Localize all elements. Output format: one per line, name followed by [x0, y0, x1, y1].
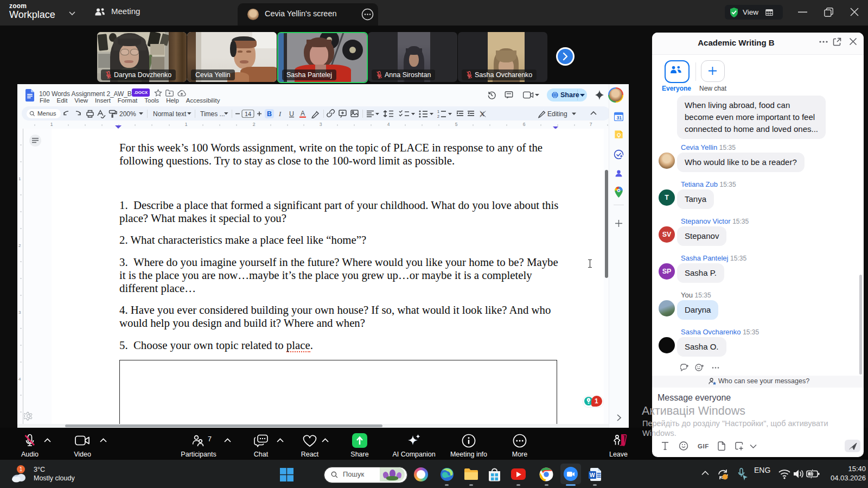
svg-text:W: W — [590, 472, 595, 478]
svg-text:3: 3 — [18, 310, 21, 315]
svg-text:200%: 200% — [119, 110, 136, 118]
svg-text:U: U — [289, 110, 294, 118]
svg-text:7: 7 — [590, 122, 592, 127]
svg-text:2: 2 — [18, 243, 21, 248]
svg-text:2: 2 — [437, 115, 439, 118]
svg-text:Editing: Editing — [547, 110, 567, 118]
svg-text:14: 14 — [245, 111, 251, 117]
svg-text:1: 1 — [18, 176, 21, 181]
svg-text:GIF: GIF — [698, 443, 709, 449]
svg-text:1: 1 — [50, 122, 53, 127]
svg-text:B: B — [267, 110, 272, 118]
svg-text:1: 1 — [437, 110, 439, 113]
svg-text:2: 2 — [253, 122, 256, 127]
svg-text:5: 5 — [455, 122, 458, 127]
svg-text:4: 4 — [18, 377, 21, 382]
svg-text:31: 31 — [617, 115, 622, 121]
svg-text:A: A — [301, 110, 305, 117]
svg-text:3: 3 — [320, 122, 322, 127]
svg-text:I: I — [278, 110, 282, 118]
svg-text:Normal text: Normal text — [153, 110, 187, 118]
svg-text:6: 6 — [523, 122, 526, 127]
svg-text:Times ...: Times ... — [200, 110, 225, 118]
svg-text:1: 1 — [185, 122, 188, 127]
svg-text:4: 4 — [387, 122, 390, 127]
